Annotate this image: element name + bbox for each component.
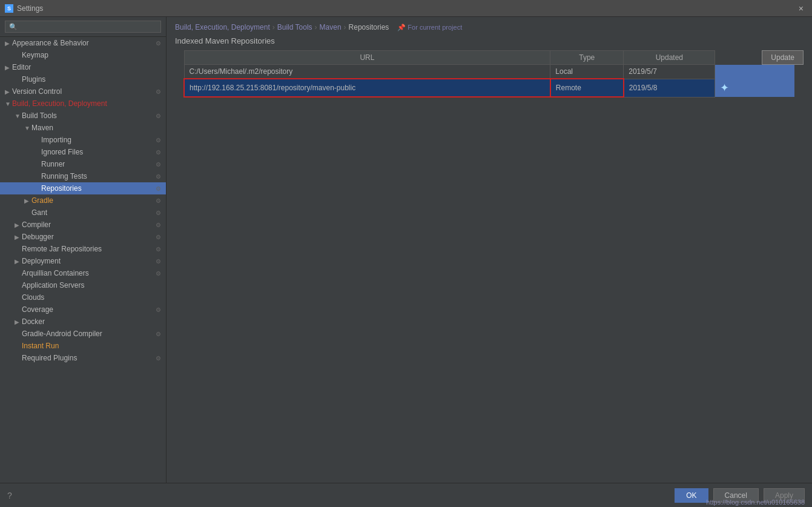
table-row[interactable]: C:/Users/Michael/.m2/repositoryLocal2019… bbox=[184, 65, 794, 79]
settings-icon: ⚙ bbox=[156, 307, 161, 313]
table-row[interactable]: http://192.168.25.215:8081/repository/ma… bbox=[184, 79, 794, 97]
main-container: 🔍 ▶Appearance & Behavior⚙Keymap▶EditorPl… bbox=[0, 17, 812, 483]
ok-button[interactable]: OK bbox=[675, 488, 708, 503]
settings-icon: ⚙ bbox=[156, 234, 161, 240]
sidebar-item-plugins[interactable]: Plugins bbox=[0, 73, 166, 85]
tree-arrow: ▶ bbox=[15, 319, 22, 325]
row-spinner: ✦ bbox=[715, 79, 794, 97]
breadcrumb-current: Repositories bbox=[349, 23, 389, 31]
sidebar-item-gradle-android-compiler[interactable]: Gradle-Android Compiler⚙ bbox=[0, 328, 166, 340]
settings-icon: ⚙ bbox=[156, 246, 161, 253]
sidebar-item-remote-jar-repos[interactable]: Remote Jar Repositories⚙ bbox=[0, 243, 166, 255]
sidebar-item-repositories[interactable]: Repositories⚙ bbox=[0, 182, 166, 194]
search-bar: 🔍 bbox=[0, 17, 166, 37]
sidebar-item-docker[interactable]: ▶Docker bbox=[0, 316, 166, 328]
row-url: C:/Users/Michael/.m2/repository bbox=[184, 65, 550, 79]
sidebar-item-build-exec-deploy[interactable]: ▼Build, Execution, Deployment bbox=[0, 98, 166, 110]
sidebar-item-label: Instant Run bbox=[22, 342, 161, 350]
search-input[interactable] bbox=[20, 22, 157, 31]
sidebar-item-gradle[interactable]: ▶Gradle⚙ bbox=[0, 194, 166, 207]
settings-icon: ⚙ bbox=[156, 161, 161, 168]
sidebar-item-label: Gradle-Android Compiler bbox=[22, 330, 156, 338]
sidebar-item-label: Plugins bbox=[22, 75, 161, 84]
sidebar-item-compiler[interactable]: ▶Compiler⚙ bbox=[0, 219, 166, 231]
sidebar-item-editor[interactable]: ▶Editor bbox=[0, 61, 166, 73]
tree-arrow: ▶ bbox=[15, 234, 22, 240]
window-title: Settings bbox=[17, 4, 43, 13]
sidebar-item-label: Coverage bbox=[22, 305, 156, 314]
watermark: https://blog.csdn.net/u010165638 bbox=[706, 499, 805, 506]
sidebar-item-required-plugins[interactable]: Required Plugins⚙ bbox=[0, 352, 166, 364]
sidebar-item-label: Keymap bbox=[22, 51, 161, 59]
sidebar-item-label: Repositories bbox=[41, 184, 156, 193]
row-updated: 2019/5/7 bbox=[624, 65, 715, 79]
sidebar-item-deployment[interactable]: ▶Deployment⚙ bbox=[0, 255, 166, 267]
content-area: Build, Execution, Deployment › Build Too… bbox=[167, 17, 812, 483]
sidebar-item-gant[interactable]: Gant⚙ bbox=[0, 207, 166, 219]
sidebar-item-application-servers[interactable]: Application Servers bbox=[0, 279, 166, 291]
breadcrumb: Build, Execution, Deployment › Build Too… bbox=[167, 17, 812, 35]
tree-arrow: ▶ bbox=[15, 222, 22, 228]
sidebar-item-ignored-files[interactable]: Ignored Files⚙ bbox=[0, 146, 166, 158]
sidebar-item-clouds[interactable]: Clouds bbox=[0, 291, 166, 303]
sidebar-tree: ▶Appearance & Behavior⚙Keymap▶EditorPlug… bbox=[0, 37, 166, 364]
col-header-type: Type bbox=[550, 51, 624, 65]
sidebar-item-label: Clouds bbox=[22, 293, 161, 302]
breadcrumb-sep-2: › bbox=[315, 23, 317, 31]
sidebar-item-instant-run[interactable]: Instant Run bbox=[0, 340, 166, 352]
section-title: Indexed Maven Repositories bbox=[167, 35, 812, 50]
table-container: Update URL Type Updated C:/Users/Michael… bbox=[167, 50, 812, 98]
tree-arrow: ▼ bbox=[5, 101, 12, 107]
sidebar-item-running-tests[interactable]: Running Tests⚙ bbox=[0, 170, 166, 182]
sidebar-item-label: Version Control bbox=[12, 87, 156, 96]
sidebar-item-importing[interactable]: Importing⚙ bbox=[0, 134, 166, 146]
settings-icon: ⚙ bbox=[156, 355, 161, 362]
row-type: Local bbox=[550, 65, 624, 79]
sidebar-item-keymap[interactable]: Keymap bbox=[0, 49, 166, 61]
bottom-bar: ? OK Cancel Apply bbox=[0, 483, 812, 507]
update-button[interactable]: Update bbox=[762, 50, 804, 65]
sidebar-item-coverage[interactable]: Coverage⚙ bbox=[0, 303, 166, 316]
loading-spinner: ✦ bbox=[720, 81, 729, 94]
sidebar-item-build-tools[interactable]: ▼Build Tools⚙ bbox=[0, 110, 166, 122]
help-icon[interactable]: ? bbox=[7, 491, 12, 500]
sidebar-item-runner[interactable]: Runner⚙ bbox=[0, 158, 166, 170]
col-header-url: URL bbox=[184, 51, 550, 65]
sidebar-item-label: Build Tools bbox=[22, 111, 156, 120]
settings-icon: ⚙ bbox=[156, 88, 161, 95]
sidebar-item-label: Importing bbox=[41, 136, 156, 144]
settings-icon: ⚙ bbox=[156, 270, 161, 277]
tree-arrow: ▶ bbox=[15, 258, 22, 265]
repo-table: URL Type Updated C:/Users/Michael/.m2/re… bbox=[183, 50, 795, 98]
sidebar-item-label: Required Plugins bbox=[22, 354, 156, 362]
search-wrapper[interactable]: 🔍 bbox=[5, 21, 161, 33]
title-bar: S Settings × bbox=[0, 0, 812, 17]
sidebar-item-label: Editor bbox=[12, 63, 161, 71]
sidebar-item-arquillian-containers[interactable]: Arquillian Containers⚙ bbox=[0, 267, 166, 279]
sidebar-item-label: Docker bbox=[22, 317, 161, 326]
tree-arrow: ▼ bbox=[15, 113, 22, 119]
sidebar-item-label: Maven bbox=[31, 124, 161, 132]
repo-table-body: C:/Users/Michael/.m2/repositoryLocal2019… bbox=[184, 65, 794, 98]
tree-arrow: ▶ bbox=[5, 40, 12, 47]
settings-icon: ⚙ bbox=[156, 331, 161, 337]
close-button[interactable]: × bbox=[795, 2, 807, 15]
row-spinner bbox=[715, 65, 794, 79]
settings-icon: ⚙ bbox=[156, 185, 161, 192]
sidebar-item-label: Application Servers bbox=[22, 281, 161, 290]
settings-icon: ⚙ bbox=[156, 113, 161, 119]
sidebar-item-maven[interactable]: ▼Maven bbox=[0, 122, 166, 134]
sidebar-item-label: Arquillian Containers bbox=[22, 269, 156, 277]
sidebar-item-appearance-behavior[interactable]: ▶Appearance & Behavior⚙ bbox=[0, 37, 166, 49]
title-bar-left: S Settings bbox=[5, 4, 43, 13]
tree-arrow: ▶ bbox=[5, 64, 12, 71]
settings-icon: ⚙ bbox=[156, 149, 161, 156]
sidebar-item-label: Gant bbox=[31, 208, 156, 217]
sidebar-item-label: Ignored Files bbox=[41, 148, 156, 156]
settings-icon: ⚙ bbox=[156, 258, 161, 265]
settings-icon: ⚙ bbox=[156, 210, 161, 216]
sidebar-item-version-control[interactable]: ▶Version Control⚙ bbox=[0, 85, 166, 98]
app-icon: S bbox=[5, 4, 13, 13]
sidebar-item-debugger[interactable]: ▶Debugger⚙ bbox=[0, 231, 166, 243]
settings-icon: ⚙ bbox=[156, 173, 161, 180]
